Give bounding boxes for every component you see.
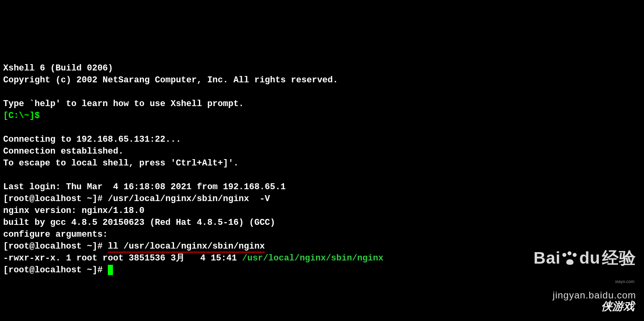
prompt-2: [root@localhost ~]# <box>3 241 108 251</box>
command-1: /usr/local/nginx/sbin/nginx -V <box>108 194 270 204</box>
watermark-text-jingyan: 经验 <box>602 252 636 264</box>
ll-output-prefix: -rwxr-xr-x. 1 root root 3851536 3月 4 15:… <box>3 253 242 263</box>
local-prompt: [C:\~]$ <box>3 111 40 121</box>
watermark-text-bai: Bai <box>533 252 560 264</box>
watermark-text-du: du <box>579 252 600 264</box>
command-2: ll /usr/local/nginx/sbin/nginx <box>108 241 265 253</box>
connected-line: Connection established. <box>3 146 124 156</box>
cursor-icon <box>108 265 113 275</box>
paw-icon <box>562 251 578 265</box>
help-line: Type `help' to learn how to use Xshell p… <box>3 99 244 109</box>
header-line-1: Xshell 6 (Build 0206) <box>3 63 113 73</box>
connecting-line: Connecting to 192.168.65.131:22... <box>3 135 181 144</box>
watermark-secondary: jingyan.baidu.com <box>533 289 636 301</box>
nginx-version-line: nginx version: nginx/1.18.0 <box>3 206 144 216</box>
last-login-line: Last login: Thu Mar 4 16:18:08 2021 from… <box>3 182 286 192</box>
escape-line: To escape to local shell, press 'Ctrl+Al… <box>3 158 239 168</box>
nginx-configure-line: configure arguments: <box>3 230 108 239</box>
ll-output-path: /usr/local/nginx/sbin/nginx <box>242 253 383 263</box>
prompt-3: [root@localhost ~]# <box>3 265 108 275</box>
watermark-primary: Bai du 经验 <box>533 251 636 265</box>
nginx-gcc-line: built by gcc 4.8.5 20150623 (Red Hat 4.8… <box>3 218 275 228</box>
header-line-2: Copyright (c) 2002 NetSarang Computer, I… <box>3 75 338 85</box>
watermark-extra-text: 侠游戏 <box>601 300 634 312</box>
prompt-1: [root@localhost ~]# <box>3 194 108 204</box>
